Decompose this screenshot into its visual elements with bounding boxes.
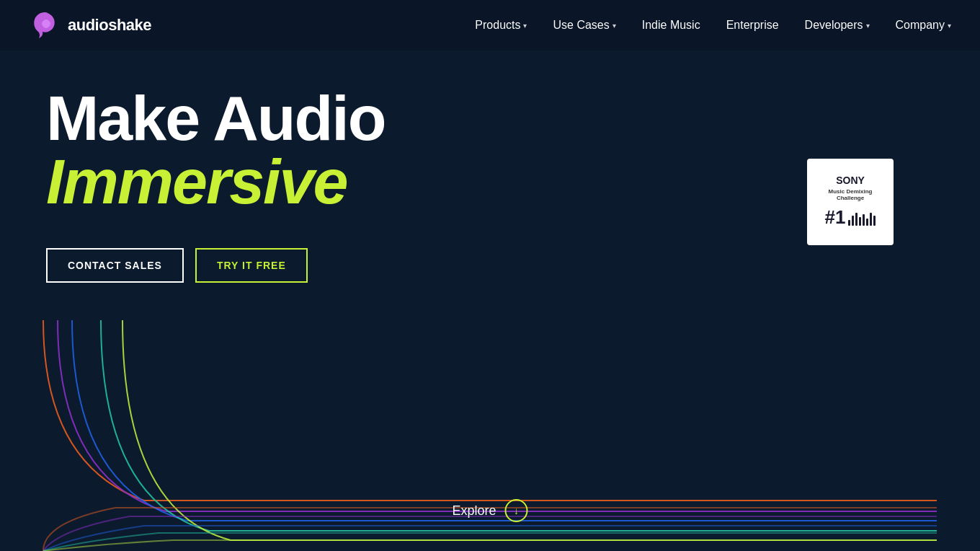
nav-label-products: Products: [475, 19, 520, 32]
nav-label-developers: Developers: [805, 19, 863, 32]
sony-badge-rank: #1: [825, 208, 846, 226]
chevron-down-icon: ▾: [523, 22, 527, 30]
chevron-down-icon: ▾: [866, 22, 870, 30]
explore-section[interactable]: Explore ↓: [452, 499, 527, 522]
nav-item-products[interactable]: Products ▾: [475, 19, 527, 32]
hero-headline: Make Audio Immersive: [46, 87, 695, 213]
nav-label-indie-music: Indie Music: [642, 19, 700, 32]
navbar: audioshake Products ▾ Use Cases ▾ Indie …: [0, 0, 980, 50]
headline-text-accent: Immersive: [46, 146, 347, 217]
nav-item-use-cases[interactable]: Use Cases ▾: [553, 19, 615, 32]
nav-label-use-cases: Use Cases: [553, 19, 609, 32]
explore-arrow-icon: ↓: [505, 499, 528, 522]
sony-waveform: [848, 211, 876, 226]
nav-item-developers[interactable]: Developers ▾: [805, 19, 870, 32]
hero-section: Make Audio Immersive CONTACT SALES TRY I…: [0, 0, 980, 551]
chevron-down-icon: ▾: [948, 22, 951, 30]
hero-buttons: CONTACT SALES TRY IT FREE: [46, 248, 934, 283]
nav-label-company: Company: [896, 19, 945, 32]
nav-label-enterprise: Enterprise: [726, 19, 779, 32]
logo-icon: [29, 9, 61, 41]
logo-text: audioshake: [68, 16, 151, 35]
nav-links: Products ▾ Use Cases ▾ Indie Music Enter…: [475, 19, 951, 32]
try-it-free-button[interactable]: TRY IT FREE: [195, 248, 308, 283]
nav-item-enterprise[interactable]: Enterprise: [726, 19, 779, 32]
headline-text-normal: Make Audio: [46, 82, 386, 154]
sony-badge-brand: SONY Music Demixing Challenge: [829, 175, 873, 202]
nav-item-company[interactable]: Company ▾: [896, 19, 951, 32]
logo[interactable]: audioshake: [29, 9, 151, 41]
contact-sales-button[interactable]: CONTACT SALES: [46, 248, 184, 283]
explore-label: Explore: [452, 503, 496, 519]
nav-item-indie-music[interactable]: Indie Music: [642, 19, 700, 32]
sony-badge: SONY Music Demixing Challenge #1: [807, 159, 894, 245]
chevron-down-icon: ▾: [612, 22, 616, 30]
